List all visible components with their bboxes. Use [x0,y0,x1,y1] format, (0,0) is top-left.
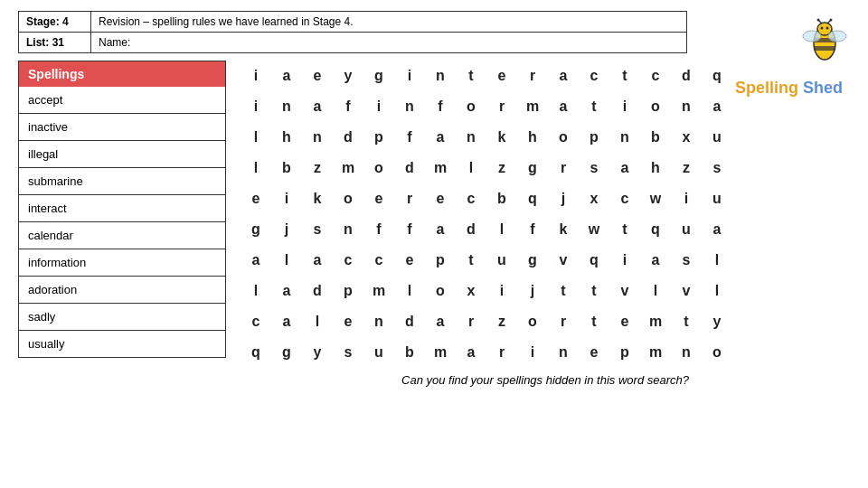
grid-cell: s [702,153,732,183]
stage-label: Stage: 4 [19,12,91,33]
grid-cell: r [486,337,517,368]
grid-cell: n [333,214,363,245]
grid-cell: n [425,61,456,91]
grid-cell: t [609,61,640,91]
grid-cell: t [456,61,486,91]
grid-cell: p [579,122,609,153]
grid-cell: o [363,153,394,183]
grid-cell: u [671,214,702,245]
spellings-panel: Spellings acceptinactiveillegalsubmarine… [18,61,226,387]
grid-cell: g [241,214,271,245]
grid-cell: l [486,214,517,245]
grid-cell: e [579,337,609,368]
grid-cell: q [517,183,548,214]
grid-cell: o [548,122,579,153]
grid-cell: f [333,91,363,122]
grid-cell: a [271,306,302,337]
svg-point-11 [828,31,846,42]
grid-cell: o [517,306,548,337]
grid-cell: k [302,183,333,214]
grid-cell: n [548,337,579,368]
grid-cell: a [425,214,456,245]
grid-cell: i [271,183,302,214]
svg-point-5 [826,27,829,30]
grid-cell: i [671,183,702,214]
svg-point-10 [803,31,821,42]
grid-cell: l [702,245,732,276]
grid-cell: e [302,61,333,91]
grid-cell: m [425,337,456,368]
list-value: Name: [91,33,687,53]
grid-cell: n [394,91,425,122]
grid-cell: r [394,183,425,214]
svg-point-7 [817,19,820,22]
grid-cell: n [609,122,640,153]
grid-cell: o [640,91,671,122]
grid-cell: a [456,337,486,368]
grid-cell: z [486,153,517,183]
grid-cell: r [486,91,517,122]
grid-cell: t [579,91,609,122]
grid-cell: l [271,245,302,276]
grid-cell: i [609,245,640,276]
grid-cell: x [671,122,702,153]
grid-cell: n [671,91,702,122]
svg-point-4 [821,27,824,30]
header-table: Stage: 4 Revision – spelling rules we ha… [18,11,687,53]
grid-cell: z [486,306,517,337]
spelling-item: accept [18,87,226,114]
grid-cell: r [517,61,548,91]
svg-rect-2 [814,46,835,51]
grid-cell: m [517,91,548,122]
grid-cell: p [363,122,394,153]
grid-cell: i [394,61,425,91]
grid-cell: a [425,122,456,153]
grid-cell: t [579,306,609,337]
grid-cell: s [579,153,609,183]
grid-cell: b [271,153,302,183]
spelling-item: adoration [18,277,226,304]
logo-container: Spelling Shed [723,18,854,98]
grid-cell: o [456,91,486,122]
grid-cell: a [302,245,333,276]
grid-cell: b [486,183,517,214]
wordsearch-area: iaeyginteractcdqinafinformationalhndpfan… [241,61,850,387]
grid-cell: a [271,61,302,91]
page-container: Stage: 4 Revision – spelling rules we ha… [0,11,868,488]
spelling-item: usually [18,331,226,358]
grid-cell: a [548,61,579,91]
stage-value: Revision – spelling rules we have learne… [91,12,687,33]
grid-cell: r [548,306,579,337]
grid-cell: a [640,245,671,276]
spelling-item: submarine [18,168,226,195]
grid-cell: e [609,306,640,337]
grid-cell: l [241,153,271,183]
grid-cell: i [241,61,271,91]
grid-cell: x [456,276,486,306]
grid-cell: m [333,153,363,183]
svg-point-9 [830,19,833,22]
grid-cell: s [333,337,363,368]
grid-cell: j [517,276,548,306]
grid-cell: t [609,214,640,245]
grid-cell: c [241,306,271,337]
grid-cell: a [425,306,456,337]
grid-cell: o [425,276,456,306]
grid-cell: z [671,153,702,183]
grid-cell: l [456,153,486,183]
grid-cell: e [425,183,456,214]
grid-cell: m [640,337,671,368]
grid-cell: e [241,183,271,214]
grid-cell: j [548,183,579,214]
grid-cell: n [671,337,702,368]
bee-icon [800,18,850,68]
grid-cell: u [702,122,732,153]
grid-cell: b [640,122,671,153]
grid-cell: d [671,61,702,91]
grid-cell: c [579,61,609,91]
spelling-item: interact [18,195,226,222]
grid-cell: i [363,91,394,122]
grid-cell: a [271,276,302,306]
spelling-item: sadly [18,304,226,331]
grid-cell: t [548,276,579,306]
